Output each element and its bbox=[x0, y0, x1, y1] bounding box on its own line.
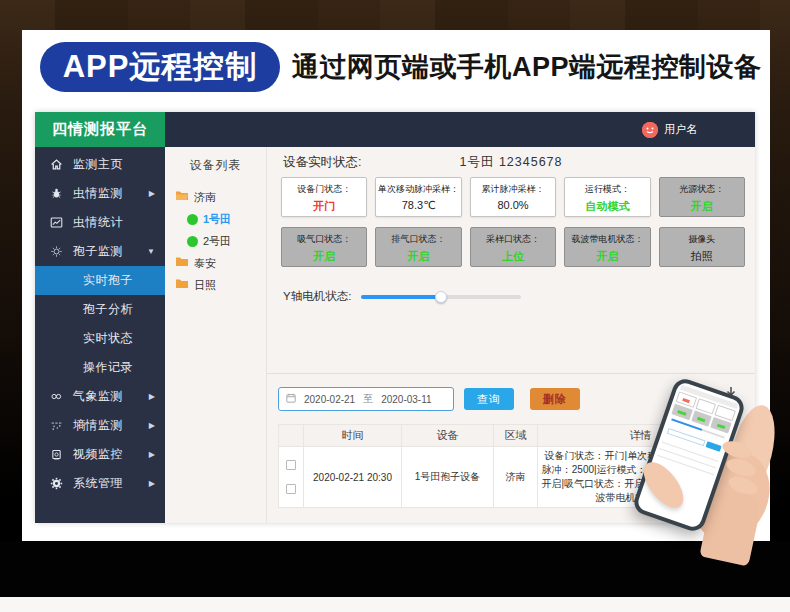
sidebar-item-spore-monitor[interactable]: 孢子监测 ▼ bbox=[35, 237, 165, 266]
row-checkbox[interactable] bbox=[286, 484, 296, 494]
sidebar-item-home[interactable]: 监测主页 bbox=[35, 150, 165, 179]
home-icon bbox=[49, 158, 63, 172]
sidebar-item-label: 气象监测 bbox=[73, 388, 149, 405]
run-mode-card[interactable]: 运行模式： 自动模式 bbox=[564, 177, 650, 217]
chart-icon bbox=[49, 216, 63, 230]
user-name[interactable]: 用户名 bbox=[664, 122, 697, 137]
camera-capture-card[interactable]: 摄像头 拍照 bbox=[659, 227, 745, 267]
gear-icon bbox=[49, 477, 63, 491]
row-checkbox[interactable] bbox=[286, 460, 296, 470]
delete-button[interactable]: 删除 bbox=[530, 388, 580, 410]
sidebar-item-realtime-status[interactable]: 实时状态 bbox=[35, 324, 165, 353]
folder-icon bbox=[175, 278, 189, 292]
topbar-right: 用户名 bbox=[165, 112, 755, 147]
light-status-card[interactable]: 光源状态： 开启 bbox=[659, 177, 745, 217]
sampling-port-card[interactable]: 采样口状态： 上位 bbox=[470, 227, 556, 267]
card-label: 吸气口状态： bbox=[282, 233, 366, 246]
chevron-right-icon: ▶ bbox=[149, 189, 155, 198]
card-label: 摄像头 bbox=[660, 233, 744, 246]
y-axis-motor-slider[interactable] bbox=[361, 295, 521, 299]
card-value: 80.0% bbox=[471, 199, 555, 211]
tree-device-field1[interactable]: 1号田 bbox=[175, 208, 266, 230]
exhaust-status-card[interactable]: 排气口状态： 开启 bbox=[375, 227, 461, 267]
sidebar-item-soil-monitor[interactable]: 墒情监测 ▶ bbox=[35, 411, 165, 440]
user-avatar-icon[interactable] bbox=[642, 122, 658, 138]
weather-icon bbox=[49, 390, 63, 404]
intake-status-card[interactable]: 吸气口状态： 开启 bbox=[281, 227, 367, 267]
tree-folder-taian[interactable]: 泰安 bbox=[175, 252, 266, 274]
sidebar-item-insect-monitor[interactable]: 虫情监测 ▶ bbox=[35, 179, 165, 208]
soil-icon bbox=[49, 419, 63, 433]
sidebar-item-system-manage[interactable]: 系统管理 ▶ bbox=[35, 469, 165, 498]
sidebar-item-weather-monitor[interactable]: 气象监测 ▶ bbox=[35, 382, 165, 411]
device-online-dot bbox=[187, 214, 198, 225]
cell-region: 济南 bbox=[494, 447, 538, 508]
card-label: 采样口状态： bbox=[471, 233, 555, 246]
total-pulse-card[interactable]: 累计脉冲采样： 80.0% bbox=[470, 177, 556, 217]
status-cards-row2: 吸气口状态： 开启 排气口状态： 开启 采样口状态： 上位 载波带电机状态： 开… bbox=[281, 227, 745, 267]
video-camera-icon bbox=[49, 448, 63, 462]
single-pulse-card[interactable]: 单次移动脉冲采样： 78.3℃ bbox=[375, 177, 461, 217]
sidebar-item-label: 监测主页 bbox=[73, 156, 155, 173]
background-bottom-strip bbox=[0, 597, 790, 612]
slider-handle[interactable] bbox=[435, 291, 447, 303]
app-topbar: 四情测报平台 用户名 bbox=[35, 112, 755, 147]
carrier-motor-card[interactable]: 载波带电机状态： 开启 bbox=[564, 227, 650, 267]
cell-time: 2020-02-21 20:30 bbox=[304, 447, 402, 508]
card-value: 开启 bbox=[282, 249, 366, 264]
tree-folder-rizhao[interactable]: 日照 bbox=[175, 274, 266, 296]
card-value: 开启 bbox=[565, 249, 649, 264]
date-from: 2020-02-21 bbox=[304, 394, 355, 405]
date-to: 2020-03-11 bbox=[381, 394, 431, 405]
date-range-input[interactable]: 2020-02-21 至 2020-03-11 bbox=[278, 387, 454, 411]
card-value: 拍照 bbox=[660, 249, 744, 264]
folder-icon bbox=[175, 256, 189, 270]
door-status-card[interactable]: 设备门状态： 开门 bbox=[281, 177, 367, 217]
status-cards-row1: 设备门状态： 开门 单次移动脉冲采样： 78.3℃ 累计脉冲采样： 80.0% … bbox=[281, 177, 745, 217]
banner-badge: APP远程控制 bbox=[40, 42, 280, 92]
sidebar-item-insect-stats[interactable]: 虫情统计 bbox=[35, 208, 165, 237]
chevron-right-icon: ▶ bbox=[149, 392, 155, 401]
card-label: 载波带电机状态： bbox=[565, 233, 649, 246]
card-label: 单次移动脉冲采样： bbox=[376, 183, 460, 196]
sidebar-item-operation-log[interactable]: 操作记录 bbox=[35, 353, 165, 382]
sidebar-item-label: 孢子监测 bbox=[73, 243, 147, 260]
device-list-title: 设备列表 bbox=[165, 157, 266, 174]
tree-folder-jinan[interactable]: 济南 bbox=[175, 186, 266, 208]
cell-device: 1号田孢子设备 bbox=[402, 447, 494, 508]
phone-in-hand-mockup bbox=[636, 384, 790, 554]
tree-device-field2[interactable]: 2号田 bbox=[175, 230, 266, 252]
card-value: 开启 bbox=[376, 249, 460, 264]
folder-open-icon bbox=[175, 190, 189, 204]
card-label: 排气口状态： bbox=[376, 233, 460, 246]
header-time: 时间 bbox=[304, 425, 402, 447]
banner-subtitle: 通过网页端或手机APP端远程控制设备 bbox=[292, 42, 762, 92]
search-button[interactable]: 查询 bbox=[464, 388, 514, 410]
card-value: 78.3℃ bbox=[376, 199, 460, 212]
card-value: 上位 bbox=[471, 249, 555, 264]
sidebar-item-realtime-spore[interactable]: 实时孢子 bbox=[35, 266, 165, 295]
card-value: 开门 bbox=[282, 199, 366, 214]
sidebar-item-label: 墒情监测 bbox=[73, 417, 149, 434]
header-checkbox-cell bbox=[279, 425, 304, 447]
header-region: 区域 bbox=[494, 425, 538, 447]
sidebar-item-video-monitor[interactable]: 视频监控 ▶ bbox=[35, 440, 165, 469]
spore-icon bbox=[49, 245, 63, 259]
section-divider bbox=[267, 373, 755, 374]
sidebar-item-label: 实时孢子 bbox=[49, 272, 155, 289]
tree-label: 日照 bbox=[194, 278, 216, 293]
device-list-panel: 设备列表 济南 1号田 2号田 bbox=[165, 147, 267, 523]
card-label: 光源状态： bbox=[660, 183, 744, 196]
card-label: 累计脉冲采样： bbox=[471, 183, 555, 196]
card-value: 开启 bbox=[660, 199, 744, 214]
bug-icon bbox=[49, 187, 63, 201]
device-tree: 济南 1号田 2号田 泰安 bbox=[165, 186, 266, 296]
chevron-right-icon: ▶ bbox=[149, 479, 155, 488]
sidebar-item-spore-analysis[interactable]: 孢子分析 bbox=[35, 295, 165, 324]
card-value: 自动模式 bbox=[565, 199, 649, 214]
app-brand: 四情测报平台 bbox=[35, 112, 165, 147]
sidebar: 监测主页 虫情监测 ▶ 虫情统计 孢子监测 ▼ bbox=[35, 147, 165, 523]
tree-label: 1号田 bbox=[203, 212, 231, 227]
sidebar-item-label: 视频监控 bbox=[73, 446, 149, 463]
chevron-down-icon: ▼ bbox=[147, 247, 155, 256]
